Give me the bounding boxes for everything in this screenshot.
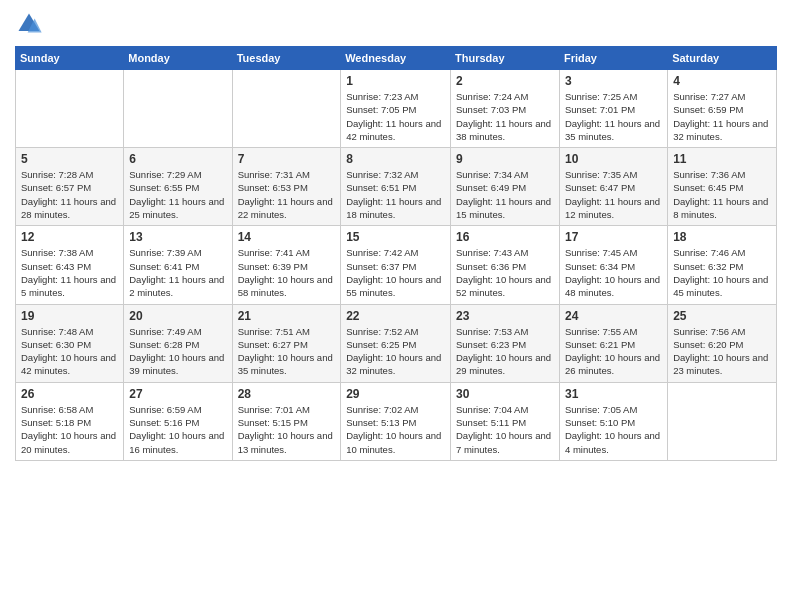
calendar-cell: 3Sunrise: 7:25 AMSunset: 7:01 PMDaylight… <box>559 70 667 148</box>
day-number: 1 <box>346 74 445 88</box>
calendar-cell: 30Sunrise: 7:04 AMSunset: 5:11 PMDayligh… <box>451 382 560 460</box>
header <box>15 10 777 38</box>
calendar-cell: 28Sunrise: 7:01 AMSunset: 5:15 PMDayligh… <box>232 382 341 460</box>
day-number: 30 <box>456 387 554 401</box>
day-number: 29 <box>346 387 445 401</box>
day-number: 21 <box>238 309 336 323</box>
day-number: 8 <box>346 152 445 166</box>
day-info: Sunrise: 7:01 AMSunset: 5:15 PMDaylight:… <box>238 403 336 456</box>
calendar-cell <box>232 70 341 148</box>
calendar-header-wednesday: Wednesday <box>341 47 451 70</box>
calendar-cell: 20Sunrise: 7:49 AMSunset: 6:28 PMDayligh… <box>124 304 232 382</box>
day-info: Sunrise: 7:34 AMSunset: 6:49 PMDaylight:… <box>456 168 554 221</box>
calendar-cell: 8Sunrise: 7:32 AMSunset: 6:51 PMDaylight… <box>341 148 451 226</box>
calendar-header-saturday: Saturday <box>668 47 777 70</box>
day-info: Sunrise: 7:55 AMSunset: 6:21 PMDaylight:… <box>565 325 662 378</box>
calendar-cell: 18Sunrise: 7:46 AMSunset: 6:32 PMDayligh… <box>668 226 777 304</box>
day-info: Sunrise: 7:46 AMSunset: 6:32 PMDaylight:… <box>673 246 771 299</box>
day-info: Sunrise: 7:02 AMSunset: 5:13 PMDaylight:… <box>346 403 445 456</box>
calendar-cell: 19Sunrise: 7:48 AMSunset: 6:30 PMDayligh… <box>16 304 124 382</box>
day-number: 7 <box>238 152 336 166</box>
day-number: 31 <box>565 387 662 401</box>
calendar-cell: 26Sunrise: 6:58 AMSunset: 5:18 PMDayligh… <box>16 382 124 460</box>
day-number: 10 <box>565 152 662 166</box>
day-info: Sunrise: 7:43 AMSunset: 6:36 PMDaylight:… <box>456 246 554 299</box>
day-info: Sunrise: 6:58 AMSunset: 5:18 PMDaylight:… <box>21 403 118 456</box>
logo <box>15 10 46 38</box>
day-number: 19 <box>21 309 118 323</box>
day-info: Sunrise: 7:35 AMSunset: 6:47 PMDaylight:… <box>565 168 662 221</box>
calendar-header-row: SundayMondayTuesdayWednesdayThursdayFrid… <box>16 47 777 70</box>
day-number: 9 <box>456 152 554 166</box>
calendar-cell: 4Sunrise: 7:27 AMSunset: 6:59 PMDaylight… <box>668 70 777 148</box>
day-info: Sunrise: 7:56 AMSunset: 6:20 PMDaylight:… <box>673 325 771 378</box>
calendar-week-row: 26Sunrise: 6:58 AMSunset: 5:18 PMDayligh… <box>16 382 777 460</box>
calendar-week-row: 19Sunrise: 7:48 AMSunset: 6:30 PMDayligh… <box>16 304 777 382</box>
day-info: Sunrise: 7:41 AMSunset: 6:39 PMDaylight:… <box>238 246 336 299</box>
logo-icon <box>15 10 43 38</box>
day-info: Sunrise: 7:32 AMSunset: 6:51 PMDaylight:… <box>346 168 445 221</box>
calendar-cell: 7Sunrise: 7:31 AMSunset: 6:53 PMDaylight… <box>232 148 341 226</box>
calendar-cell <box>668 382 777 460</box>
day-number: 2 <box>456 74 554 88</box>
day-info: Sunrise: 7:05 AMSunset: 5:10 PMDaylight:… <box>565 403 662 456</box>
calendar-cell: 5Sunrise: 7:28 AMSunset: 6:57 PMDaylight… <box>16 148 124 226</box>
day-number: 4 <box>673 74 771 88</box>
day-info: Sunrise: 7:49 AMSunset: 6:28 PMDaylight:… <box>129 325 226 378</box>
day-number: 22 <box>346 309 445 323</box>
calendar-cell: 23Sunrise: 7:53 AMSunset: 6:23 PMDayligh… <box>451 304 560 382</box>
calendar-cell: 14Sunrise: 7:41 AMSunset: 6:39 PMDayligh… <box>232 226 341 304</box>
day-info: Sunrise: 7:52 AMSunset: 6:25 PMDaylight:… <box>346 325 445 378</box>
day-number: 12 <box>21 230 118 244</box>
day-number: 20 <box>129 309 226 323</box>
day-number: 5 <box>21 152 118 166</box>
calendar-cell: 2Sunrise: 7:24 AMSunset: 7:03 PMDaylight… <box>451 70 560 148</box>
day-number: 13 <box>129 230 226 244</box>
calendar-week-row: 1Sunrise: 7:23 AMSunset: 7:05 PMDaylight… <box>16 70 777 148</box>
day-info: Sunrise: 7:42 AMSunset: 6:37 PMDaylight:… <box>346 246 445 299</box>
day-info: Sunrise: 7:25 AMSunset: 7:01 PMDaylight:… <box>565 90 662 143</box>
day-number: 6 <box>129 152 226 166</box>
page: SundayMondayTuesdayWednesdayThursdayFrid… <box>0 0 792 612</box>
calendar-week-row: 5Sunrise: 7:28 AMSunset: 6:57 PMDaylight… <box>16 148 777 226</box>
day-info: Sunrise: 7:39 AMSunset: 6:41 PMDaylight:… <box>129 246 226 299</box>
day-info: Sunrise: 7:31 AMSunset: 6:53 PMDaylight:… <box>238 168 336 221</box>
calendar-cell: 6Sunrise: 7:29 AMSunset: 6:55 PMDaylight… <box>124 148 232 226</box>
calendar-cell: 17Sunrise: 7:45 AMSunset: 6:34 PMDayligh… <box>559 226 667 304</box>
day-info: Sunrise: 7:23 AMSunset: 7:05 PMDaylight:… <box>346 90 445 143</box>
day-info: Sunrise: 7:53 AMSunset: 6:23 PMDaylight:… <box>456 325 554 378</box>
calendar-cell: 22Sunrise: 7:52 AMSunset: 6:25 PMDayligh… <box>341 304 451 382</box>
calendar-cell: 21Sunrise: 7:51 AMSunset: 6:27 PMDayligh… <box>232 304 341 382</box>
calendar-cell: 16Sunrise: 7:43 AMSunset: 6:36 PMDayligh… <box>451 226 560 304</box>
day-info: Sunrise: 7:36 AMSunset: 6:45 PMDaylight:… <box>673 168 771 221</box>
day-info: Sunrise: 7:04 AMSunset: 5:11 PMDaylight:… <box>456 403 554 456</box>
calendar-cell: 12Sunrise: 7:38 AMSunset: 6:43 PMDayligh… <box>16 226 124 304</box>
day-info: Sunrise: 7:29 AMSunset: 6:55 PMDaylight:… <box>129 168 226 221</box>
day-info: Sunrise: 7:27 AMSunset: 6:59 PMDaylight:… <box>673 90 771 143</box>
calendar-header-friday: Friday <box>559 47 667 70</box>
day-info: Sunrise: 7:45 AMSunset: 6:34 PMDaylight:… <box>565 246 662 299</box>
calendar-header-monday: Monday <box>124 47 232 70</box>
calendar-header-thursday: Thursday <box>451 47 560 70</box>
calendar-cell: 15Sunrise: 7:42 AMSunset: 6:37 PMDayligh… <box>341 226 451 304</box>
calendar-cell <box>124 70 232 148</box>
calendar-week-row: 12Sunrise: 7:38 AMSunset: 6:43 PMDayligh… <box>16 226 777 304</box>
calendar-cell: 27Sunrise: 6:59 AMSunset: 5:16 PMDayligh… <box>124 382 232 460</box>
day-number: 25 <box>673 309 771 323</box>
calendar-cell: 1Sunrise: 7:23 AMSunset: 7:05 PMDaylight… <box>341 70 451 148</box>
day-info: Sunrise: 7:48 AMSunset: 6:30 PMDaylight:… <box>21 325 118 378</box>
day-number: 27 <box>129 387 226 401</box>
day-number: 28 <box>238 387 336 401</box>
day-number: 11 <box>673 152 771 166</box>
calendar-cell: 31Sunrise: 7:05 AMSunset: 5:10 PMDayligh… <box>559 382 667 460</box>
calendar-cell: 10Sunrise: 7:35 AMSunset: 6:47 PMDayligh… <box>559 148 667 226</box>
day-info: Sunrise: 6:59 AMSunset: 5:16 PMDaylight:… <box>129 403 226 456</box>
day-number: 15 <box>346 230 445 244</box>
day-number: 24 <box>565 309 662 323</box>
calendar: SundayMondayTuesdayWednesdayThursdayFrid… <box>15 46 777 461</box>
day-number: 26 <box>21 387 118 401</box>
calendar-cell: 25Sunrise: 7:56 AMSunset: 6:20 PMDayligh… <box>668 304 777 382</box>
day-info: Sunrise: 7:24 AMSunset: 7:03 PMDaylight:… <box>456 90 554 143</box>
day-number: 23 <box>456 309 554 323</box>
calendar-cell: 24Sunrise: 7:55 AMSunset: 6:21 PMDayligh… <box>559 304 667 382</box>
